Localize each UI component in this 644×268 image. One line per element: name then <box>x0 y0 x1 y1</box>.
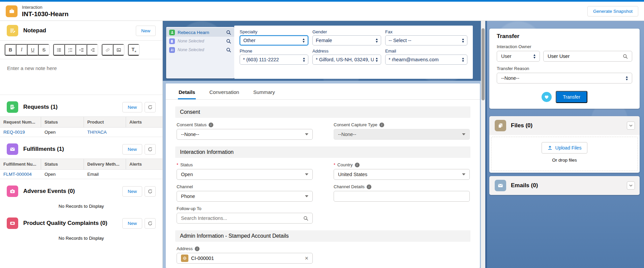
center-scrollbar[interactable] <box>481 21 485 268</box>
info-icon[interactable]: i <box>379 123 384 127</box>
info-icon[interactable]: i <box>355 163 360 167</box>
owner-lookup[interactable] <box>543 51 632 62</box>
notepad-new-button[interactable]: New <box>136 26 156 36</box>
transfer-button[interactable]: Transfer <box>556 91 587 103</box>
request-number-link[interactable]: REQ-0019 <box>0 128 41 137</box>
heart-icon[interactable] <box>542 92 552 102</box>
country-dropdown[interactable]: United States <box>334 169 470 180</box>
search-icon[interactable] <box>226 30 231 35</box>
underline-button[interactable]: U <box>27 44 38 56</box>
column-header[interactable]: Product <box>84 117 126 127</box>
column-header[interactable]: Alerts <box>126 159 163 169</box>
column-header[interactable]: Status <box>41 159 84 169</box>
scrollbar-thumb[interactable] <box>482 28 485 100</box>
follow-up-to-lookup[interactable] <box>177 213 313 224</box>
stepper-arrows-icon[interactable] <box>626 76 628 80</box>
fulfillments-refresh-button[interactable] <box>145 144 156 155</box>
search-icon[interactable] <box>226 47 231 53</box>
generate-snapshot-button[interactable]: Generate Snapshot <box>587 6 638 16</box>
pqc-refresh-button[interactable] <box>145 218 156 229</box>
indent-button[interactable] <box>75 44 87 56</box>
admin-address-lookup-pill[interactable]: CI-000001 × <box>177 253 313 264</box>
tab-details[interactable]: Details <box>178 89 196 99</box>
search-icon[interactable] <box>226 39 231 44</box>
outdent-button[interactable] <box>87 44 98 56</box>
channel-details-text[interactable] <box>338 194 465 199</box>
files-drop-zone[interactable]: Upload Files Or drop files <box>489 135 640 173</box>
stepper-arrows-icon[interactable] <box>303 58 305 62</box>
request-product-link[interactable]: THIYACA <box>84 128 126 137</box>
address-select[interactable]: * Gilford, US-NH, 03249, US <box>312 55 381 65</box>
specialty-select[interactable]: Other <box>240 35 308 45</box>
admin-information-section-header[interactable]: Admin Information - Stamped Account Deta… <box>175 230 470 242</box>
fulfillments-new-button[interactable]: New <box>122 144 142 155</box>
follow-up-to-input[interactable] <box>181 215 301 221</box>
request-table-row: REQ-0019 Open THIYACA <box>0 128 162 137</box>
phone-select[interactable]: * (603) 111-2222 <box>240 55 308 65</box>
stepper-arrows-icon[interactable] <box>376 58 378 62</box>
party-account-name[interactable]: None Selected <box>178 39 223 43</box>
channel-label: Channel <box>177 184 193 189</box>
bold-button[interactable]: B <box>5 44 16 56</box>
info-icon[interactable]: i <box>209 123 213 127</box>
owner-lookup-input[interactable] <box>548 54 620 59</box>
stepper-arrows-icon[interactable] <box>303 38 305 43</box>
email-select[interactable]: * rhearn@mavens.com <box>385 55 467 65</box>
party-contact-name[interactable]: Rebecca Hearn <box>178 30 223 35</box>
bulleted-list-button[interactable] <box>53 44 64 56</box>
status-dropdown[interactable]: Open <box>177 169 313 180</box>
pqc-new-button[interactable]: New <box>122 218 142 229</box>
party-affiliation-name[interactable]: None Selected <box>178 47 223 52</box>
search-icon[interactable] <box>623 54 628 59</box>
requests-new-button[interactable]: New <box>122 102 142 112</box>
info-icon[interactable]: i <box>195 246 200 251</box>
stepper-arrows-icon[interactable] <box>462 38 464 43</box>
emails-card-header[interactable]: Emails (0) <box>489 176 640 195</box>
files-card-header[interactable]: Files (0) <box>489 116 640 135</box>
adverse-events-empty-text: No Records to Display <box>0 201 162 214</box>
italic-button[interactable]: I <box>16 44 27 56</box>
strikethrough-button[interactable]: S <box>38 44 49 56</box>
image-button[interactable] <box>113 44 124 56</box>
column-header[interactable]: Delivery Meth... <box>84 159 126 169</box>
adverse-events-refresh-button[interactable] <box>145 186 156 197</box>
party-row-contact[interactable]: Rebecca Hearn <box>166 28 234 37</box>
party-row-account[interactable]: None Selected <box>166 37 234 45</box>
tab-summary[interactable]: Summary <box>253 89 276 99</box>
channel-details-input[interactable] <box>334 191 470 202</box>
column-header[interactable]: Status <box>41 117 84 127</box>
chevron-down-icon <box>462 173 465 175</box>
chevron-down-icon[interactable] <box>627 181 635 190</box>
transfer-reason-select[interactable]: --None-- <box>497 73 632 83</box>
tab-conversation[interactable]: Conversation <box>209 89 240 99</box>
close-icon[interactable]: × <box>305 255 308 261</box>
upload-files-button[interactable]: Upload Files <box>542 142 588 154</box>
stepper-arrows-icon[interactable] <box>376 38 378 43</box>
party-row-affiliation[interactable]: None Selected <box>166 45 234 54</box>
consent-section-header[interactable]: Consent <box>175 106 470 118</box>
upload-icon <box>548 145 552 150</box>
owner-type-select[interactable]: User <box>497 51 540 62</box>
requests-refresh-button[interactable] <box>145 102 156 112</box>
channel-dropdown[interactable]: Phone <box>177 191 313 202</box>
admin-address-field: Address i CI-000001 × <box>177 246 313 264</box>
chevron-down-icon[interactable] <box>627 122 635 130</box>
info-icon[interactable]: i <box>367 185 371 189</box>
column-header[interactable]: Request Num... <box>0 117 41 127</box>
admin-address-label: Address <box>177 246 193 251</box>
stepper-arrows-icon[interactable] <box>533 54 535 59</box>
column-header[interactable]: Alerts <box>126 117 163 127</box>
fax-select[interactable]: -- Select -- <box>385 35 467 45</box>
consent-status-dropdown[interactable]: --None-- <box>177 129 313 140</box>
numbered-list-button[interactable]: 12 <box>64 44 75 56</box>
column-header[interactable]: Fulfillment Nu... <box>0 159 41 169</box>
fulfillment-number-link[interactable]: FLMT-000004 <box>0 170 41 179</box>
remove-formatting-button[interactable]: T× <box>128 44 139 56</box>
adverse-events-new-button[interactable]: New <box>122 186 142 197</box>
stepper-arrows-icon[interactable] <box>462 58 464 62</box>
link-button[interactable] <box>102 44 113 56</box>
search-icon[interactable] <box>303 216 308 221</box>
interaction-information-section-header[interactable]: Interaction Information <box>175 146 470 158</box>
note-editor[interactable]: Enter a new note here <box>0 59 162 95</box>
gender-select[interactable]: Female <box>312 35 381 45</box>
